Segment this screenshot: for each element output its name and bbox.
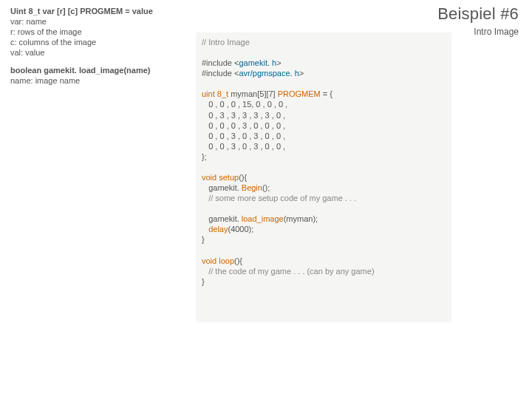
param-val: val: value [10, 47, 188, 58]
signature-2: boolean gamekit. load_image(name) [10, 65, 188, 75]
code-setup-begin: Begin [242, 183, 262, 192]
code-comment: // Intro Image [202, 38, 250, 47]
code-include1-lib: gamekit. h [239, 58, 276, 67]
code-include1: #include < [202, 58, 239, 67]
left-column: Uint 8_t var [r] [c] PROGMEM = value var… [10, 6, 188, 86]
code-decl-close: }; [202, 152, 207, 161]
code-loop-void: void [202, 256, 219, 265]
code-decl-var: myman[5][7] [231, 89, 278, 98]
param-name2: name: image name [10, 75, 188, 86]
code-setup-void: void [202, 173, 219, 182]
code-decl-open: = { [323, 89, 332, 98]
code-row3: 0 , 0 , 0 , 3 , 0 , 0 , 0 , [202, 121, 285, 130]
code-delay: delay [202, 225, 228, 233]
code-loop-open: (){ [234, 256, 242, 265]
code-decl-type: uint 8_t [202, 89, 231, 98]
code-setup-begin-obj: gamekit. [202, 183, 242, 192]
code-row2: 0 , 3 , 3 , 3 , 3 , 3 , 0 , [202, 111, 285, 120]
param-var: var: name [10, 16, 188, 27]
code-loadimg: load_image [242, 214, 284, 223]
code-loadimg-arg: (myman); [284, 214, 318, 223]
page: Beispiel #6 Intro Image Uint 8_t var [r]… [0, 0, 532, 399]
code-loop-close: } [202, 277, 205, 286]
code-loadimg-obj: gamekit. [202, 214, 242, 223]
code-setup-more-comment: // some more setup code of my game . . . [202, 194, 356, 202]
code-row5: 0 , 0 , 3 , 0 , 3 , 0 , 0 , [202, 142, 285, 151]
page-title: Beispiel #6 [437, 4, 519, 24]
code-loop-name: loop [219, 256, 234, 265]
code-setup-open: (){ [239, 173, 247, 182]
code-include2: #include < [202, 69, 239, 78]
code-box: // Intro Image #include <gamekit. h> #in… [196, 33, 451, 322]
code-setup-name: setup [219, 173, 239, 182]
code-include2-lib: avr/pgmspace. h [239, 69, 299, 78]
code-decl-progmem: PROGMEM [278, 89, 323, 98]
code-include1-end: > [276, 58, 281, 67]
code-setup-close: } [202, 235, 205, 244]
code-loop-body-comment: // the code of my game . . . (can by any… [202, 267, 375, 276]
signature-1: Uint 8_t var [r] [c] PROGMEM = value [10, 6, 188, 16]
param-c: c: columns of the image [10, 37, 188, 47]
code-include2-end: > [299, 69, 304, 78]
param-r: r: rows of the image [10, 27, 188, 37]
code-delay-arg: (4000); [228, 225, 253, 233]
code-row1: 0 , 0 , 0 , 15, 0 , 0 , 0 , [202, 100, 287, 109]
code-setup-begin-end: (); [262, 183, 270, 192]
code-row4: 0 , 0 , 3 , 0 , 3 , 0 , 0 , [202, 132, 285, 140]
